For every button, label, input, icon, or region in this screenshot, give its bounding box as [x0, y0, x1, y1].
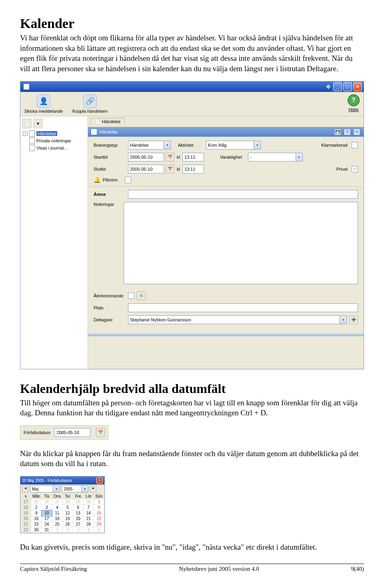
close-button[interactable]: × [353, 82, 362, 91]
help-icon: ? [348, 94, 360, 106]
chevron-down-icon[interactable]: ▾ [296, 153, 303, 161]
calendar-day[interactable]: 26 [62, 522, 73, 527]
calendar-day[interactable]: 13 [73, 510, 83, 516]
tree-expand-icon[interactable]: − [23, 131, 28, 136]
calendar-day[interactable]: 16 [31, 516, 42, 522]
paminn-checkbox[interactable] [125, 177, 131, 183]
calendar-icon[interactable]: 📅 [96, 428, 105, 437]
calendar-day[interactable]: 23 [31, 522, 42, 527]
maximize-button[interactable]: □ [343, 82, 352, 91]
calendar-day[interactable]: 31 [42, 527, 52, 533]
tree-tool-dropdown[interactable]: ▾ [33, 119, 43, 128]
help-button[interactable]: ? Hjälp [348, 94, 360, 112]
calendar-day[interactable]: 4 [83, 527, 94, 533]
link-event-button[interactable]: 🔗 Koppla händelsen [72, 94, 108, 114]
amne-input[interactable] [128, 190, 358, 199]
calendar-day[interactable]: 25 [31, 499, 42, 505]
varaktighet-select[interactable]: ▾ [248, 153, 303, 161]
calendar-day[interactable]: 15 [94, 510, 104, 516]
send-message-button[interactable]: 👤 Skicka meddelande [24, 94, 63, 114]
date-picker-close-icon[interactable]: × [96, 477, 103, 484]
year-select[interactable]: ▾ [62, 485, 88, 492]
tree-item-privata[interactable]: Privata noteringar [22, 137, 86, 144]
minimize-button[interactable]: _ [333, 82, 342, 91]
klarmarkerad-checkbox[interactable] [352, 142, 358, 148]
privat-checkbox[interactable] [352, 166, 358, 172]
calendar-day[interactable]: 27 [52, 499, 62, 505]
year-value[interactable] [62, 485, 82, 492]
aktivitet-select[interactable]: ▾ [206, 141, 261, 149]
calendar-day[interactable]: 30 [31, 527, 42, 533]
calendar-day[interactable]: 17 [42, 516, 52, 522]
calendar-day[interactable]: 27 [73, 522, 83, 527]
panel-close-icon[interactable]: × [353, 128, 360, 136]
panel-grip[interactable] [88, 333, 364, 336]
calendar-day[interactable]: 12 [62, 510, 73, 516]
calendar-day[interactable]: 1 [52, 527, 62, 533]
calendar-day[interactable]: 3 [73, 527, 83, 533]
calendar-day[interactable]: 29 [73, 499, 83, 505]
tab-handelse[interactable]: 📄 Händelse [90, 118, 125, 125]
calendar-day[interactable]: 19 [62, 516, 73, 522]
calendar-day[interactable]: 2 [62, 527, 73, 533]
bokningstyp-value[interactable] [128, 141, 164, 149]
tree-item-visas[interactable]: Visas i journal... [22, 144, 86, 151]
calendar-day[interactable]: 28 [83, 522, 94, 527]
calendar-icon[interactable]: 📅 [166, 165, 174, 173]
forfallodatum-input[interactable] [54, 428, 90, 437]
calendar-day[interactable]: 8 [94, 505, 104, 510]
plats-input[interactable] [128, 303, 358, 312]
calendar-day[interactable]: 3 [42, 505, 52, 510]
starttid-time-input[interactable] [182, 153, 204, 161]
calendar-day[interactable]: 14 [83, 510, 94, 516]
calendar-day[interactable]: 20 [73, 516, 83, 522]
save-icon[interactable]: 💾 [334, 128, 341, 136]
calendar-day[interactable]: 1 [94, 499, 104, 505]
calendar-day[interactable]: 28 [62, 499, 73, 505]
starttid-date-input[interactable] [128, 153, 164, 161]
calendar-day[interactable]: 2 [31, 505, 42, 510]
move-icon[interactable]: ✥ [325, 83, 332, 90]
next-month-button[interactable]: ▸ [90, 485, 96, 492]
calendar-day[interactable]: 5 [94, 527, 104, 533]
calendar-day[interactable]: 29 [94, 522, 104, 527]
varaktighet-value[interactable] [248, 153, 296, 161]
calendar-day[interactable]: 22 [94, 516, 104, 522]
chevron-down-icon[interactable]: ▾ [53, 485, 60, 492]
calendar-day[interactable]: 6 [73, 505, 83, 510]
calendar-day[interactable]: 5 [62, 505, 73, 510]
calendar-icon[interactable]: 📅 [166, 153, 174, 161]
chevron-down-icon[interactable]: ▾ [340, 315, 347, 324]
prev-month-button[interactable]: ◂ [22, 485, 28, 492]
bokningstyp-select[interactable]: ▾ [128, 141, 171, 149]
calendar-day[interactable]: 9 [31, 510, 42, 516]
month-select[interactable]: ▾ [30, 485, 60, 492]
aktivitet-value[interactable] [206, 141, 254, 149]
chevron-down-icon[interactable]: ▾ [254, 141, 261, 149]
add-participant-icon[interactable]: ➕ [349, 315, 358, 324]
tree-tool-1[interactable]: 📄 [22, 119, 32, 128]
tree-item-handelse[interactable]: − Händelse [22, 130, 86, 137]
calendar-day[interactable]: 7 [83, 505, 94, 510]
aterkommande-checkbox[interactable] [128, 293, 134, 299]
sluttid-date-input[interactable] [128, 165, 164, 173]
month-value[interactable] [30, 485, 53, 492]
calendar-day[interactable]: 30 [83, 499, 94, 505]
chevron-down-icon[interactable]: ▾ [82, 485, 88, 492]
calendar-day[interactable]: 26 [42, 499, 52, 505]
calendar-day[interactable]: 25 [52, 522, 62, 527]
calendar-day[interactable]: 24 [42, 522, 52, 527]
deltagare-input[interactable] [128, 315, 340, 324]
dow-header: Lör [83, 494, 94, 499]
noteringar-textarea[interactable] [124, 202, 358, 284]
calendar-day[interactable]: 21 [83, 516, 94, 522]
calendar-day[interactable]: 10 [42, 510, 52, 516]
calendar-day[interactable]: 18 [52, 516, 62, 522]
chevron-down-icon[interactable]: ▾ [164, 141, 171, 149]
paminn-label: Påminn [103, 177, 118, 182]
sluttid-time-input[interactable] [182, 165, 204, 173]
recurrence-settings-icon[interactable]: ⚙ [137, 291, 146, 300]
panel-help-icon[interactable]: ? [344, 128, 351, 136]
calendar-day[interactable]: 4 [52, 505, 62, 510]
calendar-day[interactable]: 11 [52, 510, 62, 516]
